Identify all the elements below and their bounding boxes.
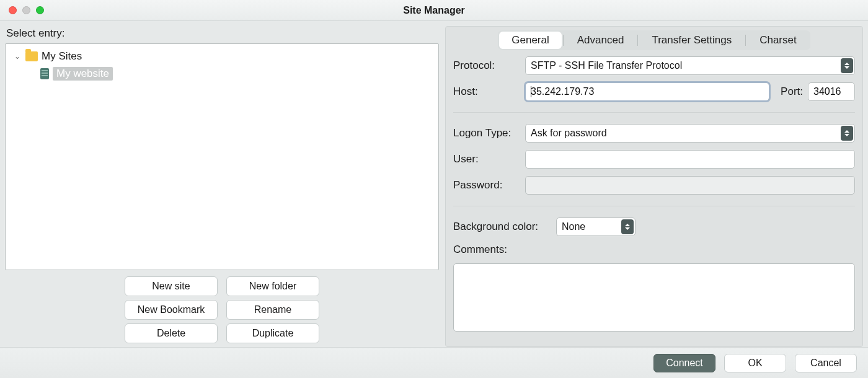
window-title: Site Manager [0, 5, 868, 16]
port-input[interactable]: 34016 [808, 82, 855, 101]
logon-type-select[interactable]: Ask for password [525, 124, 855, 143]
duplicate-button[interactable]: Duplicate [226, 323, 319, 343]
tab-transfer[interactable]: Transfer Settings [639, 32, 744, 49]
ok-button[interactable]: OK [724, 354, 786, 372]
minimize-window-icon [22, 6, 30, 14]
server-icon [40, 68, 49, 79]
password-label: Password: [453, 179, 520, 191]
dialog-footer: Connect OK Cancel [0, 347, 868, 378]
divider [453, 112, 855, 113]
user-input[interactable] [525, 150, 855, 169]
updown-arrows-icon [621, 219, 634, 234]
tab-separator [637, 35, 638, 46]
title-bar: Site Manager [0, 0, 868, 21]
comments-label: Comments: [453, 244, 520, 256]
select-entry-label: Select entry: [6, 27, 439, 40]
tab-bar: General Advanced Transfer Settings Chars… [446, 27, 862, 51]
folder-icon [25, 51, 38, 61]
protocol-select[interactable]: SFTP - SSH File Transfer Protocol [525, 56, 855, 75]
bgcolor-label: Background color: [453, 221, 551, 233]
site-tree[interactable]: ⌄ My Sites My website [5, 43, 439, 270]
tab-general[interactable]: General [499, 32, 561, 49]
new-site-button[interactable]: New site [125, 276, 218, 296]
new-bookmark-button[interactable]: New Bookmark [125, 300, 218, 320]
chevron-down-icon[interactable]: ⌄ [13, 52, 22, 61]
bgcolor-value: None [562, 221, 585, 232]
host-input[interactable]: 35.242.179.73 [525, 82, 769, 101]
comments-textarea[interactable] [453, 263, 855, 332]
tree-folder-row[interactable]: ⌄ My Sites [6, 48, 438, 65]
tree-site-row[interactable]: My website [6, 65, 438, 82]
bgcolor-select[interactable]: None [556, 218, 636, 236]
logon-type-label: Logon Type: [453, 127, 520, 139]
tab-advanced[interactable]: Advanced [565, 32, 637, 49]
close-window-icon[interactable] [9, 6, 17, 14]
tab-separator [563, 35, 564, 46]
new-folder-button[interactable]: New folder [226, 276, 319, 296]
updown-arrows-icon [841, 126, 853, 141]
tree-site-label: My website [53, 67, 113, 81]
tab-charset[interactable]: Charset [747, 32, 809, 49]
host-label: Host: [453, 86, 520, 98]
window-controls [0, 6, 44, 14]
divider [453, 206, 855, 206]
user-label: User: [453, 153, 520, 165]
delete-button[interactable]: Delete [125, 323, 218, 343]
cancel-button[interactable]: Cancel [795, 354, 857, 372]
maximize-window-icon[interactable] [36, 6, 44, 14]
tree-folder-label: My Sites [42, 50, 82, 63]
tab-separator [745, 35, 746, 46]
protocol-label: Protocol: [453, 59, 520, 72]
port-value: 34016 [813, 86, 841, 97]
connect-button[interactable]: Connect [653, 354, 715, 372]
protocol-value: SFTP - SSH File Transfer Protocol [531, 60, 682, 71]
rename-button[interactable]: Rename [226, 300, 319, 320]
password-input [525, 176, 855, 195]
port-label: Port: [781, 86, 803, 98]
text-caret [531, 86, 531, 97]
logon-type-value: Ask for password [531, 128, 607, 139]
updown-arrows-icon [841, 58, 853, 73]
host-value: 35.242.179.73 [531, 86, 594, 97]
